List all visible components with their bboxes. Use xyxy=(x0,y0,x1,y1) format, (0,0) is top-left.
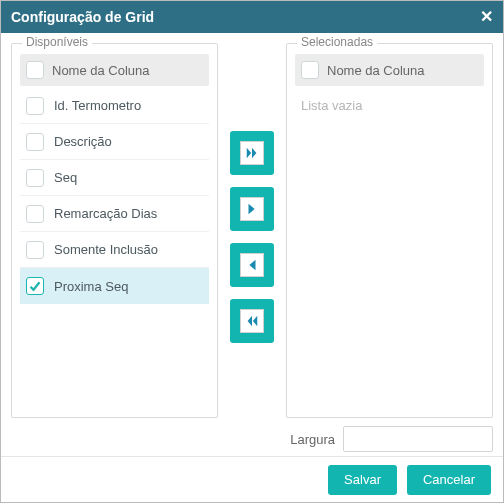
dialog-title: Configuração de Grid xyxy=(11,9,154,25)
row-label: Id. Termometro xyxy=(54,98,141,113)
list-item[interactable]: Seq xyxy=(20,160,209,196)
dialog-footer: Salvar Cancelar xyxy=(1,456,503,502)
row-checkbox[interactable] xyxy=(26,133,44,151)
selected-select-all-checkbox[interactable] xyxy=(301,61,319,79)
grid-config-dialog: Configuração de Grid ✕ Disponíveis Nome … xyxy=(0,0,504,503)
save-button[interactable]: Salvar xyxy=(328,465,397,495)
empty-message: Lista vazia xyxy=(295,88,484,123)
list-item[interactable]: Somente Inclusão xyxy=(20,232,209,268)
selected-list[interactable]: Lista vazia xyxy=(295,88,484,409)
list-item[interactable]: Descrição xyxy=(20,124,209,160)
row-checkbox[interactable] xyxy=(26,205,44,223)
move-right-button[interactable] xyxy=(230,187,274,231)
list-item[interactable]: Proxima Seq xyxy=(20,268,209,304)
chevron-left-icon xyxy=(240,253,264,277)
row-label: Seq xyxy=(54,170,77,185)
row-label: Somente Inclusão xyxy=(54,242,158,257)
row-label: Remarcação Dias xyxy=(54,206,157,221)
dialog-body: Disponíveis Nome da Coluna Id. Termometr… xyxy=(1,33,503,456)
row-checkbox[interactable] xyxy=(26,169,44,187)
selected-header: Nome da Coluna xyxy=(295,54,484,86)
move-all-left-button[interactable] xyxy=(230,299,274,343)
available-legend: Disponíveis xyxy=(22,35,92,49)
width-label: Largura xyxy=(290,432,335,447)
available-select-all-checkbox[interactable] xyxy=(26,61,44,79)
row-checkbox[interactable] xyxy=(26,97,44,115)
available-header: Nome da Coluna xyxy=(20,54,209,86)
width-row: Largura xyxy=(11,422,493,456)
selected-header-label: Nome da Coluna xyxy=(327,63,425,78)
row-checkbox[interactable] xyxy=(26,241,44,259)
move-all-right-button[interactable] xyxy=(230,131,274,175)
dialog-titlebar: Configuração de Grid ✕ xyxy=(1,1,503,33)
double-chevron-right-icon xyxy=(240,141,264,165)
cancel-button[interactable]: Cancelar xyxy=(407,465,491,495)
list-item[interactable]: Id. Termometro xyxy=(20,88,209,124)
available-list[interactable]: Id. TermometroDescriçãoSeqRemarcação Dia… xyxy=(20,88,209,409)
double-chevron-left-icon xyxy=(240,309,264,333)
available-header-label: Nome da Coluna xyxy=(52,63,150,78)
columns-layout: Disponíveis Nome da Coluna Id. Termometr… xyxy=(11,43,493,418)
row-label: Descrição xyxy=(54,134,112,149)
available-panel: Disponíveis Nome da Coluna Id. Termometr… xyxy=(11,43,218,418)
chevron-right-icon xyxy=(240,197,264,221)
close-icon[interactable]: ✕ xyxy=(480,9,493,25)
list-item[interactable]: Remarcação Dias xyxy=(20,196,209,232)
selected-legend: Selecionadas xyxy=(297,35,377,49)
width-input[interactable] xyxy=(343,426,493,452)
selected-panel: Selecionadas Nome da Coluna Lista vazia xyxy=(286,43,493,418)
row-checkbox[interactable] xyxy=(26,277,44,295)
row-label: Proxima Seq xyxy=(54,279,128,294)
transfer-buttons xyxy=(226,43,278,418)
move-left-button[interactable] xyxy=(230,243,274,287)
